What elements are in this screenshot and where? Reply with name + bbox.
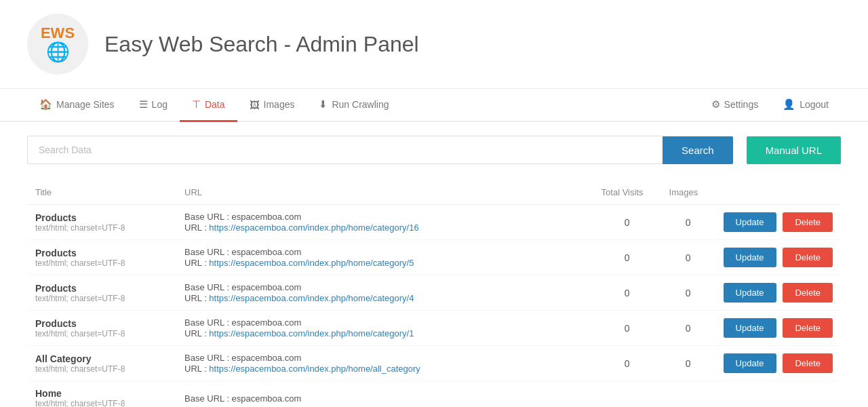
row-visits: [593, 381, 661, 408]
row-title: Products: [35, 283, 168, 294]
row-base-url: Base URL : espacemboa.com: [184, 353, 585, 363]
row-actions: Update Delete: [715, 275, 841, 311]
page-title: Easy Web Search - Admin Panel: [104, 32, 419, 57]
search-button[interactable]: Search: [663, 136, 733, 164]
col-header-url: URL: [176, 180, 593, 205]
row-subtitle: text/html; charset=UTF-8: [35, 364, 168, 374]
row-visits: 0: [593, 275, 661, 311]
row-visits: 0: [593, 346, 661, 381]
row-subtitle: text/html; charset=UTF-8: [35, 399, 168, 407]
table-row: Products text/html; charset=UTF-8 Base U…: [27, 205, 841, 240]
row-visits: 0: [593, 311, 661, 346]
row-images: 0: [661, 311, 715, 346]
row-subtitle: text/html; charset=UTF-8: [35, 223, 168, 233]
search-input[interactable]: [27, 136, 663, 164]
row-title: Products: [35, 318, 168, 329]
update-button[interactable]: Update: [724, 248, 776, 267]
row-url: URL : https://espacemboa.com/index.php/h…: [184, 257, 585, 268]
table-row: Home text/html; charset=UTF-8 Base URL :…: [27, 381, 841, 408]
crawling-icon: ⬇: [319, 98, 328, 111]
row-url: URL : https://espacemboa.com/index.php/h…: [184, 363, 585, 374]
col-header-images: Images: [661, 180, 715, 205]
update-button[interactable]: Update: [724, 212, 776, 232]
logo-ews-text: EWS: [41, 26, 75, 41]
row-subtitle: text/html; charset=UTF-8: [35, 258, 168, 268]
row-images: 0: [661, 346, 715, 381]
row-base-url: Base URL : espacemboa.com: [184, 317, 585, 328]
row-subtitle: text/html; charset=UTF-8: [35, 294, 168, 303]
update-button[interactable]: Update: [724, 353, 776, 373]
nav-log[interactable]: ☰ Log: [127, 89, 180, 122]
nav-settings-label: Settings: [724, 99, 759, 110]
table-row: Products text/html; charset=UTF-8 Base U…: [27, 275, 841, 311]
row-subtitle: text/html; charset=UTF-8: [35, 329, 168, 338]
col-header-visits: Total Visits: [593, 180, 661, 205]
row-title: Products: [35, 212, 168, 223]
search-bar: Search Manual URL: [27, 136, 841, 164]
table-row: Products text/html; charset=UTF-8 Base U…: [27, 240, 841, 275]
main-content: Search Manual URL Title URL Total Visits…: [0, 122, 868, 407]
nav-data-label: Data: [205, 99, 225, 110]
row-images: 0: [661, 275, 715, 311]
row-base-url: Base URL : espacemboa.com: [184, 393, 585, 404]
data-icon: ⊤: [192, 98, 201, 111]
update-button[interactable]: Update: [724, 318, 776, 338]
delete-button[interactable]: Delete: [783, 318, 833, 338]
list-icon: ☰: [139, 98, 148, 111]
manual-url-button[interactable]: Manual URL: [747, 136, 841, 164]
data-table: Title URL Total Visits Images Products t…: [27, 180, 841, 407]
row-base-url: Base URL : espacemboa.com: [184, 282, 585, 292]
row-title: All Category: [35, 353, 168, 364]
row-actions: Update Delete: [715, 205, 841, 240]
delete-button[interactable]: Delete: [783, 248, 833, 267]
row-url: URL : https://espacemboa.com/index.php/h…: [184, 292, 585, 303]
row-actions: [715, 381, 841, 408]
table-row: Products text/html; charset=UTF-8 Base U…: [27, 311, 841, 346]
row-title: Home: [35, 388, 168, 399]
nav-settings[interactable]: ⚙ Settings: [699, 89, 771, 122]
user-icon: 👤: [783, 98, 795, 111]
nav-data[interactable]: ⊤ Data: [180, 89, 237, 122]
col-header-actions: [715, 180, 841, 205]
nav-logout[interactable]: 👤 Logout: [770, 89, 841, 122]
row-actions: Update Delete: [715, 311, 841, 346]
row-images: 0: [661, 240, 715, 275]
row-title: Products: [35, 248, 168, 258]
row-base-url: Base URL : espacemboa.com: [184, 247, 585, 257]
nav-images-label: Images: [264, 99, 295, 110]
row-url: URL : https://espacemboa.com/index.php/h…: [184, 222, 585, 233]
nav-log-label: Log: [152, 99, 167, 110]
navigation: 🏠 Manage Sites ☰ Log ⊤ Data 🖼 Images ⬇ R…: [0, 89, 868, 122]
nav-run-crawling-label: Run Crawling: [332, 99, 389, 110]
delete-button[interactable]: Delete: [783, 353, 833, 373]
logo: EWS 🌐: [27, 14, 88, 75]
col-header-title: Title: [27, 180, 176, 205]
row-images: [661, 381, 715, 408]
home-icon: 🏠: [39, 98, 52, 111]
globe-icon: 🌐: [41, 41, 75, 63]
nav-run-crawling[interactable]: ⬇ Run Crawling: [307, 89, 401, 122]
row-base-url: Base URL : espacemboa.com: [184, 212, 585, 222]
row-visits: 0: [593, 240, 661, 275]
nav-images[interactable]: 🖼 Images: [237, 90, 307, 122]
row-actions: Update Delete: [715, 346, 841, 381]
header: EWS 🌐 Easy Web Search - Admin Panel: [0, 0, 868, 89]
nav-logout-label: Logout: [800, 99, 829, 110]
row-visits: 0: [593, 205, 661, 240]
row-url: URL : https://espacemboa.com/index.php/h…: [184, 328, 585, 338]
settings-icon: ⚙: [711, 98, 720, 111]
update-button[interactable]: Update: [724, 283, 776, 303]
nav-manage-sites[interactable]: 🏠 Manage Sites: [27, 89, 127, 122]
row-actions: Update Delete: [715, 240, 841, 275]
table-row: All Category text/html; charset=UTF-8 Ba…: [27, 346, 841, 381]
delete-button[interactable]: Delete: [783, 283, 833, 303]
images-icon: 🖼: [250, 99, 260, 111]
delete-button[interactable]: Delete: [783, 212, 833, 232]
row-images: 0: [661, 205, 715, 240]
nav-manage-sites-label: Manage Sites: [56, 99, 115, 110]
